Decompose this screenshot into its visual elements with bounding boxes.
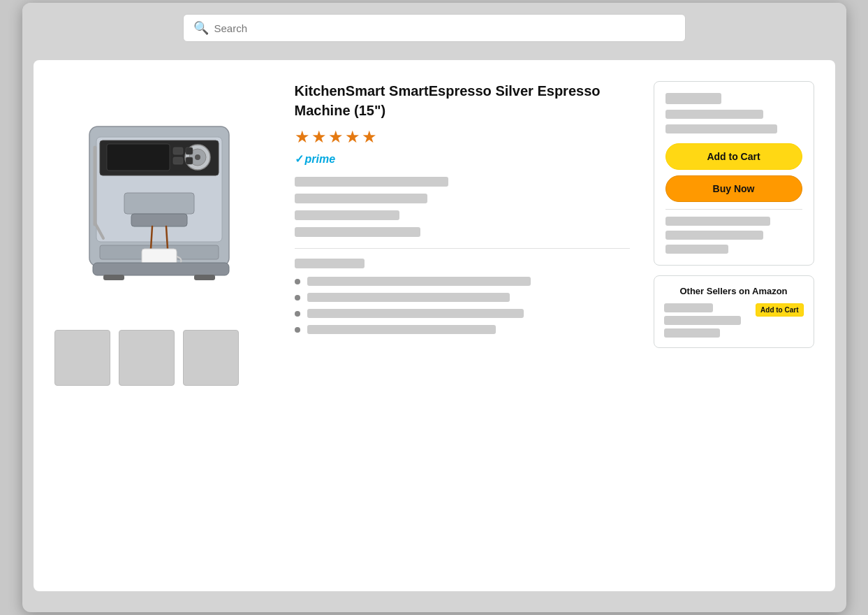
buy-box-bottom-placeholders	[665, 209, 802, 254]
svg-point-6	[195, 154, 200, 160]
page-content: KitchenSmart SmartEspresso Silver Espres…	[34, 60, 835, 591]
svg-rect-20	[103, 275, 124, 280]
bullet-line-2	[307, 293, 510, 302]
svg-rect-8	[173, 157, 183, 164]
svg-rect-10	[186, 157, 193, 164]
bullet-line-4	[307, 325, 496, 334]
detail-line-4	[295, 227, 420, 237]
bullet-item-2	[295, 293, 630, 302]
product-layout: KitchenSmart SmartEspresso Silver Espres…	[54, 81, 814, 386]
prime-checkmark: ✓	[295, 152, 304, 166]
thumbnail-row	[54, 330, 278, 386]
search-icon: 🔍	[193, 20, 209, 36]
bb-bottom-line-1	[665, 217, 770, 226]
detail-placeholder-lines	[295, 177, 630, 237]
section-label	[295, 259, 365, 268]
other-sellers-box: Other Sellers on Amazon Add to Cart	[654, 275, 814, 348]
svg-rect-9	[186, 147, 193, 154]
bb-line-2	[665, 110, 763, 119]
section-divider-1	[295, 248, 630, 249]
seller-line-1	[664, 303, 713, 312]
detail-line-3	[295, 210, 399, 220]
bullet-item-3	[295, 309, 630, 318]
seller-line-3	[664, 328, 720, 338]
svg-rect-19	[93, 263, 229, 275]
bullet-item-1	[295, 277, 630, 286]
buy-now-button[interactable]: Buy Now	[665, 175, 802, 202]
svg-rect-21	[194, 275, 215, 280]
prime-badge: ✓ prime	[295, 152, 630, 166]
bb-line-3	[665, 124, 777, 133]
star-rating[interactable]: ★★★★★	[295, 127, 630, 147]
main-product-image	[54, 81, 264, 319]
seller-info	[664, 303, 751, 338]
search-input[interactable]	[214, 22, 675, 34]
bullet-line-1	[307, 277, 531, 286]
browser-toolbar: 🔍	[22, 3, 846, 53]
browser-frame: 🔍	[22, 3, 846, 612]
seller-row: Add to Cart	[664, 303, 804, 338]
bb-bottom-line-3	[665, 245, 728, 254]
svg-rect-13	[124, 193, 194, 214]
thumbnail-1[interactable]	[54, 330, 110, 386]
espresso-machine-svg	[61, 85, 257, 315]
detail-line-1	[295, 177, 448, 187]
image-column	[54, 81, 278, 386]
thumbnail-2[interactable]	[119, 330, 175, 386]
buy-box-top-placeholders	[665, 93, 802, 133]
buy-box: Add to Cart Buy Now	[654, 81, 814, 266]
bullet-line-3	[307, 309, 524, 318]
seller-add-to-cart-button[interactable]: Add to Cart	[756, 303, 803, 317]
details-column: KitchenSmart SmartEspresso Silver Espres…	[295, 81, 637, 334]
svg-rect-3	[107, 144, 170, 171]
bullet-item-4	[295, 325, 630, 334]
svg-rect-7	[173, 147, 183, 154]
bb-bottom-line-2	[665, 231, 763, 240]
bb-line-1	[665, 93, 721, 104]
bullet-dot-3	[295, 311, 300, 317]
prime-label: prime	[305, 153, 336, 166]
add-to-cart-button[interactable]: Add to Cart	[665, 143, 802, 170]
other-sellers-title: Other Sellers on Amazon	[664, 286, 804, 296]
bullet-dot-2	[295, 295, 300, 301]
buy-column: Add to Cart Buy Now Other Sellers on Ama…	[654, 81, 814, 348]
bullet-dot-4	[295, 327, 300, 333]
product-title: KitchenSmart SmartEspresso Silver Espres…	[295, 81, 630, 120]
search-bar[interactable]: 🔍	[183, 14, 686, 42]
svg-rect-14	[131, 214, 187, 226]
bullet-list	[295, 277, 630, 334]
bullet-dot-1	[295, 279, 300, 284]
detail-line-2	[295, 194, 427, 203]
thumbnail-3[interactable]	[183, 330, 239, 386]
seller-line-2	[664, 316, 741, 325]
